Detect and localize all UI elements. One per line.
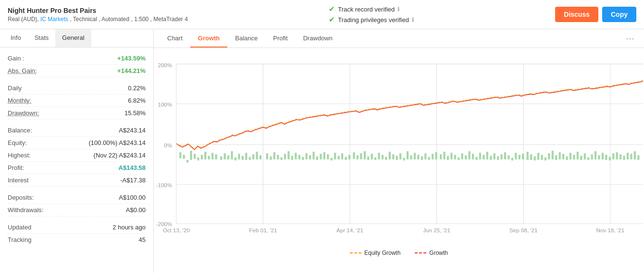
svg-rect-56 bbox=[306, 153, 308, 159]
svg-rect-87 bbox=[417, 155, 419, 160]
svg-rect-85 bbox=[410, 155, 412, 160]
svg-rect-133 bbox=[584, 153, 586, 159]
tab-chart[interactable]: Chart bbox=[160, 30, 190, 48]
svg-rect-83 bbox=[403, 158, 405, 160]
page-subtitle: Real (AUD), IC Markets , Technical , Aut… bbox=[8, 16, 188, 23]
withdrawals-row: Withdrawals: A$0.00 bbox=[8, 204, 146, 216]
svg-rect-137 bbox=[598, 155, 600, 160]
more-icon[interactable]: ⋯ bbox=[622, 29, 638, 48]
stats-panel: Gain : +143.59% Abs. Gain: +144.21% Dail… bbox=[0, 48, 153, 273]
svg-rect-110 bbox=[500, 155, 502, 160]
svg-text:Oct 13, '20: Oct 13, '20 bbox=[163, 227, 190, 233]
trading-privileges-row: ✔ Trading privileges verified ℹ bbox=[329, 15, 414, 24]
svg-rect-34 bbox=[224, 153, 226, 159]
svg-rect-57 bbox=[309, 155, 311, 160]
svg-rect-115 bbox=[519, 155, 520, 160]
withdrawals-value: A$0.00 bbox=[126, 206, 146, 214]
equity-growth-legend: Equity Growth bbox=[350, 250, 400, 256]
updated-row: Updated 2 hours ago bbox=[8, 221, 146, 234]
svg-rect-63 bbox=[331, 158, 333, 160]
svg-text:100%: 100% bbox=[158, 101, 172, 108]
svg-rect-89 bbox=[424, 153, 426, 159]
discuss-button[interactable]: Discuss bbox=[555, 7, 598, 22]
tab-general[interactable]: General bbox=[55, 29, 91, 47]
svg-rect-144 bbox=[623, 156, 625, 160]
growth-chart-svg: 200% 100% 0% -100% -200% Oct 13 bbox=[154, 53, 644, 247]
svg-rect-49 bbox=[281, 157, 283, 160]
left-panel: Info Stats General Gain : +143.59% Abs. … bbox=[0, 29, 154, 273]
svg-rect-120 bbox=[537, 153, 539, 160]
svg-rect-35 bbox=[227, 155, 229, 160]
svg-rect-130 bbox=[573, 155, 575, 160]
info-icon-1[interactable]: ℹ bbox=[397, 6, 400, 12]
ic-markets-link[interactable]: IC Markets bbox=[40, 16, 68, 23]
interest-row: Interest -A$17.38 bbox=[8, 174, 146, 187]
updated-label: Updated bbox=[8, 224, 31, 231]
svg-rect-59 bbox=[316, 156, 318, 160]
svg-rect-124 bbox=[552, 151, 554, 159]
svg-rect-141 bbox=[612, 153, 614, 159]
svg-rect-134 bbox=[587, 157, 589, 160]
tab-drawdown[interactable]: Drawdown bbox=[296, 30, 340, 48]
svg-rect-146 bbox=[630, 154, 632, 159]
interest-value: -A$17.38 bbox=[120, 177, 146, 184]
svg-rect-80 bbox=[392, 155, 394, 160]
svg-rect-132 bbox=[580, 156, 582, 160]
svg-rect-139 bbox=[605, 155, 607, 160]
svg-rect-78 bbox=[385, 157, 387, 160]
svg-rect-128 bbox=[566, 156, 568, 160]
tab-stats[interactable]: Stats bbox=[28, 29, 56, 47]
svg-rect-148 bbox=[637, 155, 639, 160]
svg-rect-22 bbox=[179, 152, 181, 158]
updated-value: 2 hours ago bbox=[112, 224, 146, 231]
svg-rect-27 bbox=[197, 157, 199, 160]
tab-info[interactable]: Info bbox=[4, 29, 28, 47]
svg-text:-100%: -100% bbox=[156, 182, 173, 188]
svg-rect-108 bbox=[494, 153, 495, 159]
svg-text:Jun 25, '21: Jun 25, '21 bbox=[423, 227, 450, 233]
svg-rect-93 bbox=[440, 155, 442, 160]
svg-rect-82 bbox=[399, 153, 401, 159]
svg-rect-126 bbox=[559, 152, 561, 159]
svg-rect-53 bbox=[295, 153, 297, 159]
svg-rect-105 bbox=[483, 155, 484, 160]
svg-rect-61 bbox=[323, 152, 325, 159]
svg-rect-66 bbox=[341, 153, 343, 159]
equity-value: (100.00%) A$243.14 bbox=[88, 139, 146, 146]
svg-rect-129 bbox=[570, 153, 571, 159]
svg-rect-30 bbox=[208, 156, 210, 159]
highest-label: Highest: bbox=[8, 152, 31, 159]
svg-rect-119 bbox=[534, 156, 536, 161]
deposits-value: A$100.00 bbox=[119, 194, 146, 201]
svg-rect-106 bbox=[486, 152, 488, 159]
svg-rect-40 bbox=[245, 153, 247, 160]
header-left: Night Hunter Pro Best Pairs Real (AUD), … bbox=[8, 7, 188, 23]
svg-rect-104 bbox=[479, 153, 481, 159]
svg-rect-36 bbox=[231, 151, 233, 159]
svg-rect-90 bbox=[428, 157, 430, 160]
highest-value: (Nov 22) A$243.14 bbox=[94, 152, 146, 159]
tab-balance[interactable]: Balance bbox=[227, 30, 265, 48]
tracking-value: 45 bbox=[139, 236, 146, 243]
tab-growth[interactable]: Growth bbox=[190, 30, 228, 48]
svg-rect-31 bbox=[211, 153, 213, 159]
svg-rect-43 bbox=[256, 152, 258, 159]
svg-rect-25 bbox=[190, 151, 192, 160]
svg-rect-113 bbox=[511, 158, 513, 160]
info-icon-2[interactable]: ℹ bbox=[412, 16, 414, 23]
svg-rect-65 bbox=[338, 156, 340, 159]
monthly-value: 6.82% bbox=[128, 97, 146, 104]
header-actions: Discuss Copy bbox=[555, 7, 636, 22]
daily-label: Daily bbox=[8, 84, 22, 92]
svg-rect-71 bbox=[360, 153, 362, 159]
svg-rect-123 bbox=[548, 153, 550, 159]
svg-rect-145 bbox=[627, 153, 629, 159]
svg-text:Feb 01, '21: Feb 01, '21 bbox=[249, 227, 277, 233]
daily-value: 0.22% bbox=[128, 84, 146, 92]
svg-rect-97 bbox=[454, 155, 456, 160]
tab-profit[interactable]: Profit bbox=[265, 30, 295, 48]
monthly-label: Monthly: bbox=[8, 97, 31, 104]
copy-button[interactable]: Copy bbox=[602, 7, 636, 22]
svg-rect-24 bbox=[186, 160, 188, 162]
svg-rect-112 bbox=[508, 155, 509, 160]
